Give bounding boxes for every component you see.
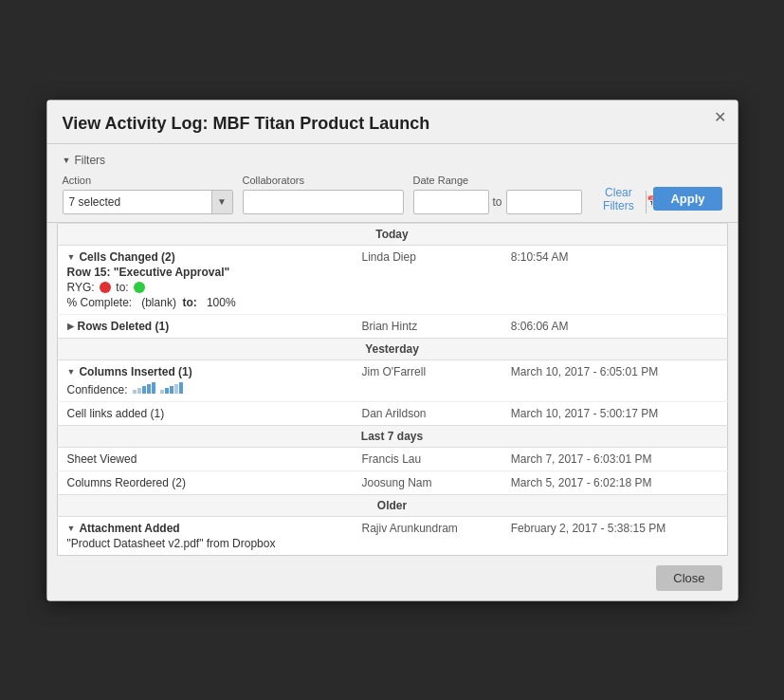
collaborators-input[interactable] xyxy=(243,190,404,214)
attachment-text: "Product Datasheet v2.pdf" from Dropbox xyxy=(67,537,276,550)
filter-row: Action 7 selected ▼ Collaborators Date R… xyxy=(63,175,722,214)
section-header-older: Older xyxy=(57,494,727,516)
percent-detail: % Complete: (blank) to: 100% xyxy=(67,294,343,309)
collaborator-cell: Jim O'Farrell xyxy=(352,359,501,401)
close-footer-button[interactable]: Close xyxy=(656,565,721,591)
row-detail-text: Row 15: "Executive Approval" xyxy=(67,266,230,279)
section-header-last7: Last 7 days xyxy=(57,425,727,447)
date-range-wrap: 📅 to 📅 xyxy=(413,190,582,214)
table-row: Cell links added (1) Dan Arildson March … xyxy=(57,401,727,425)
collaborators-filter-group: Collaborators xyxy=(243,175,404,214)
clear-filters-button[interactable]: Clear Filters xyxy=(592,186,647,212)
action-select-value: 7 selected xyxy=(64,195,211,209)
filter-actions: Clear Filters Apply xyxy=(592,186,722,214)
table-row: Sheet Viewed Francis Lau March 7, 2017 -… xyxy=(57,447,727,470)
bar8 xyxy=(170,386,173,394)
confidence-label: Confidence: xyxy=(67,383,128,396)
activity-log-table: Today ▼ Cells Changed (2) Row 15: "Execu… xyxy=(57,223,728,556)
time-cell: March 10, 2017 - 5:00:17 PM xyxy=(501,401,727,425)
section-header-older-label: Older xyxy=(57,494,727,516)
expand-icon: ▼ xyxy=(67,524,76,533)
table-container: Today ▼ Cells Changed (2) Row 15: "Execu… xyxy=(47,223,738,556)
bar1 xyxy=(133,390,137,394)
table-row: ▼ Cells Changed (2) Row 15: "Executive A… xyxy=(57,245,727,314)
ryg-label: RYG: xyxy=(67,281,95,294)
table-row: ▼ Attachment Added "Product Datasheet v2… xyxy=(57,516,727,555)
date-to-wrap: 📅 xyxy=(506,190,582,214)
activity-log-modal: View Activity Log: MBF Titan Product Lau… xyxy=(46,100,738,601)
attachment-detail: "Product Datasheet v2.pdf" from Dropbox xyxy=(67,535,343,550)
section-header-today-label: Today xyxy=(57,223,727,245)
group-label: ▼ Attachment Added xyxy=(67,522,343,535)
action-label: Cell links added (1) xyxy=(67,407,165,420)
action-select-wrap: 7 selected ▼ xyxy=(63,190,233,214)
confidence-detail: Confidence: xyxy=(67,378,343,396)
modal-header: View Activity Log: MBF Titan Product Lau… xyxy=(47,101,738,144)
sub-detail: Row 15: "Executive Approval" xyxy=(67,264,343,279)
bar2 xyxy=(137,388,141,394)
percent-label: % Complete: (blank) to: 100% xyxy=(67,296,236,309)
table-row: Columns Reordered (2) Joosung Nam March … xyxy=(57,470,727,494)
bar5 xyxy=(152,382,155,394)
collapse-icon: ▶ xyxy=(67,322,74,331)
date-from-wrap: 📅 xyxy=(413,190,489,214)
section-header-last7-label: Last 7 days xyxy=(57,425,727,447)
time-cell: February 2, 2017 - 5:38:15 PM xyxy=(501,516,727,555)
group-label-text: Attachment Added xyxy=(79,522,179,535)
action-filter-group: Action 7 selected ▼ xyxy=(63,175,233,214)
action-cell: ▼ Columns Inserted (1) Confidence: xyxy=(57,359,352,401)
filters-triangle-icon: ▼ xyxy=(63,156,71,165)
date-range-label: Date Range xyxy=(413,175,582,186)
bar3 xyxy=(142,386,146,394)
date-to-label: to xyxy=(493,195,502,209)
table-row: ▶ Rows Deleted (1) Brian Hintz 8:06:06 A… xyxy=(57,314,727,338)
filters-label: ▼ Filters xyxy=(63,154,722,167)
group-label: ▼ Columns Inserted (1) xyxy=(67,365,343,378)
to-label: to: xyxy=(116,281,128,294)
ryg-detail: RYG: to: xyxy=(67,279,343,294)
group-label: ▼ Cells Changed (2) xyxy=(67,250,343,264)
action-cell: Columns Reordered (2) xyxy=(57,470,352,494)
action-dropdown-button[interactable]: ▼ xyxy=(211,191,232,213)
expand-icon: ▼ xyxy=(67,367,76,377)
collaborator-cell: Rajiv Arunkundram xyxy=(352,516,501,555)
apply-button[interactable]: Apply xyxy=(653,187,721,211)
action-label: Sheet Viewed xyxy=(67,452,137,466)
collaborators-label: Collaborators xyxy=(243,175,404,186)
bars-chart-icon xyxy=(133,380,183,394)
action-label: Action xyxy=(63,175,233,186)
action-label: Columns Reordered (2) xyxy=(67,476,186,489)
time-cell: 8:06:06 AM xyxy=(501,314,727,338)
bar4 xyxy=(147,384,151,394)
expand-icon: ▼ xyxy=(67,252,76,262)
section-header-yesterday: Yesterday xyxy=(57,338,727,359)
action-cell: ▼ Attachment Added "Product Datasheet v2… xyxy=(57,516,352,555)
section-header-today: Today xyxy=(57,223,727,245)
bar10 xyxy=(179,382,183,394)
action-cell: Sheet Viewed xyxy=(57,447,352,470)
dot-green-icon xyxy=(134,282,145,293)
collaborator-cell: Brian Hintz xyxy=(352,314,501,338)
collaborator-cell: Dan Arildson xyxy=(352,401,501,425)
close-icon-button[interactable]: ✕ xyxy=(714,110,726,125)
collaborator-cell: Joosung Nam xyxy=(352,470,501,494)
table-row: ▼ Columns Inserted (1) Confidence: xyxy=(57,359,727,401)
section-header-yesterday-label: Yesterday xyxy=(57,338,727,359)
action-cell: ▼ Cells Changed (2) Row 15: "Executive A… xyxy=(57,245,352,314)
modal-title: View Activity Log: MBF Titan Product Lau… xyxy=(63,114,430,133)
bar9 xyxy=(174,384,178,394)
time-cell: March 5, 2017 - 6:02:18 PM xyxy=(501,470,727,494)
group-label: ▶ Rows Deleted (1) xyxy=(67,320,343,333)
collaborator-cell: Francis Lau xyxy=(352,447,501,470)
filters-section: ▼ Filters Action 7 selected ▼ Collaborat… xyxy=(47,144,738,223)
group-label-text: Cells Changed (2) xyxy=(79,250,174,264)
action-cell: Cell links added (1) xyxy=(57,401,352,425)
collaborator-cell: Linda Diep xyxy=(352,245,501,314)
date-range-filter-group: Date Range 📅 to 📅 xyxy=(413,175,582,214)
modal-footer: Close xyxy=(47,556,738,600)
action-cell: ▶ Rows Deleted (1) xyxy=(57,314,352,338)
dot-red-icon xyxy=(100,282,111,293)
bar7 xyxy=(165,388,169,394)
bar6 xyxy=(160,390,164,394)
group-label-text: Rows Deleted (1) xyxy=(78,320,170,333)
